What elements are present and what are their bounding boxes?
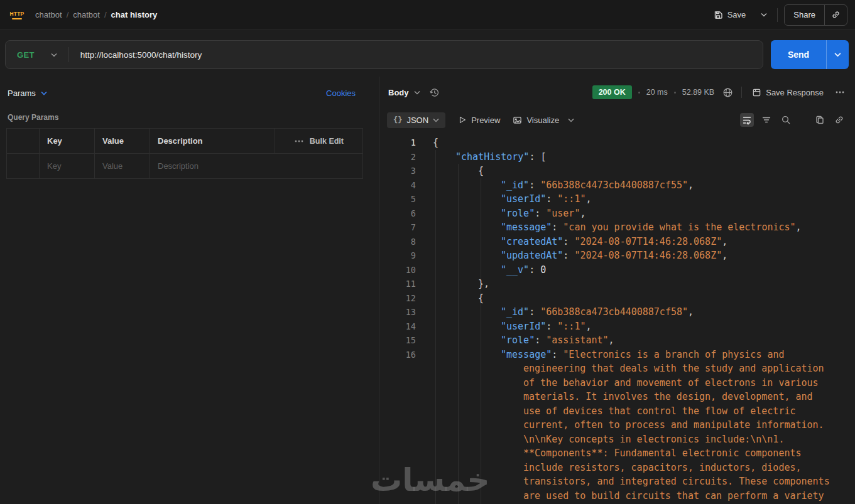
- chevron-down-icon: [41, 91, 47, 95]
- dot-separator: [674, 92, 676, 94]
- response-body-viewer[interactable]: 1{2"chatHistory": [3{4"_id": "66b388c447…: [379, 132, 855, 504]
- params-empty-row: Key Value Description: [7, 154, 363, 179]
- query-params-table: Key Value Description Bulk Edit: [6, 128, 363, 179]
- save-dropdown-button[interactable]: [757, 9, 771, 21]
- value-input[interactable]: Value: [95, 154, 150, 179]
- send-button[interactable]: Send: [771, 40, 826, 69]
- code-line: 3{: [379, 164, 855, 178]
- chevron-down-icon: [51, 53, 57, 57]
- line-number: 14: [379, 319, 416, 334]
- method-select[interactable]: GET: [6, 50, 68, 60]
- cookies-link[interactable]: Cookies: [326, 88, 356, 98]
- link-button[interactable]: [832, 113, 846, 127]
- http-request-icon: HTTP: [8, 8, 26, 22]
- search-icon: [781, 115, 791, 125]
- code-line: 7"message": "can you provide what is the…: [379, 220, 855, 235]
- send-button-group: Send: [771, 40, 849, 69]
- network-info-button[interactable]: [721, 85, 735, 100]
- line-content: "role": "assistant",: [433, 333, 832, 348]
- breadcrumb-request[interactable]: chat history: [111, 10, 158, 19]
- response-size: 52.89 KB: [682, 88, 714, 97]
- share-link-button[interactable]: [825, 5, 847, 25]
- params-panel: Params Cookies Query Params Key Value De…: [0, 77, 379, 504]
- filter-button[interactable]: [760, 113, 773, 127]
- chevron-down-icon: [568, 118, 574, 122]
- code-line: 10"__v": 0: [379, 263, 855, 277]
- chevron-down-icon: [761, 13, 767, 17]
- visualize-dropdown-button[interactable]: [568, 118, 574, 122]
- line-number: 7: [379, 220, 416, 235]
- bulk-edit-button[interactable]: Bulk Edit: [283, 137, 355, 146]
- key-column-header: Key: [40, 129, 95, 154]
- bulk-edit-cell: Bulk Edit: [275, 129, 363, 154]
- code-line: 8"createdAt": "2024-08-07T14:46:28.068Z"…: [379, 235, 855, 249]
- visualize-button[interactable]: Visualize: [513, 115, 559, 125]
- code-line: 6"role": "user",: [379, 206, 855, 221]
- code-line: 14"userId": "::1",: [379, 319, 855, 334]
- code-line: 11},: [379, 277, 855, 291]
- line-content: "createdAt": "2024-08-07T14:46:28.068Z",: [433, 235, 832, 249]
- line-content: "chatHistory": [: [433, 150, 832, 164]
- response-history-button[interactable]: [429, 87, 440, 98]
- breadcrumb-separator: /: [67, 10, 69, 19]
- copy-icon: [815, 115, 825, 125]
- topbar-actions: Save Share: [708, 4, 847, 26]
- line-content: "role": "user",: [433, 206, 832, 221]
- line-number: 12: [379, 291, 416, 306]
- breadcrumb-workspace[interactable]: chatbot: [35, 10, 62, 19]
- line-content: "_id": "66b388ca473cb4400887cf58",: [433, 305, 832, 319]
- row-checkbox-cell[interactable]: [7, 154, 40, 179]
- dot-separator: [638, 92, 640, 94]
- copy-button[interactable]: [813, 113, 827, 127]
- response-status-cluster: 200 OK 20 ms 52.89 KB: [592, 85, 846, 100]
- top-bar: HTTP chatbot / chatbot / chat history Sa…: [0, 0, 855, 30]
- share-button[interactable]: Share: [785, 5, 824, 25]
- ellipsis-icon: [295, 140, 303, 142]
- params-toggle[interactable]: Params: [8, 88, 47, 98]
- save-button[interactable]: Save: [708, 6, 751, 24]
- save-response-button[interactable]: Save Response: [748, 85, 827, 100]
- code-line: 13"_id": "66b388ca473cb4400887cf58",: [379, 305, 855, 319]
- image-icon: [513, 115, 522, 125]
- line-content: {: [433, 291, 832, 306]
- response-body-select[interactable]: Body: [388, 88, 420, 97]
- send-dropdown-button[interactable]: [826, 40, 849, 69]
- line-content: "_id": "66b388c4473cb4400887cf55",: [433, 178, 832, 193]
- save-label: Save: [727, 10, 746, 19]
- response-toolbar: {} JSON Preview: [379, 108, 855, 132]
- line-number: 6: [379, 206, 416, 221]
- line-number: 1: [379, 136, 416, 150]
- params-header-row: Params Cookies: [0, 82, 379, 104]
- line-number: 5: [379, 192, 416, 206]
- code-line: 2"chatHistory": [: [379, 150, 855, 164]
- wrap-text-button[interactable]: [740, 113, 754, 127]
- bulk-edit-label: Bulk Edit: [310, 137, 344, 146]
- status-badge: 200 OK: [592, 85, 632, 99]
- key-input[interactable]: Key: [40, 154, 95, 179]
- line-number: 8: [379, 235, 416, 249]
- line-content: "message": "can you provide what is the …: [433, 220, 832, 235]
- search-button[interactable]: [779, 113, 793, 127]
- breadcrumb-separator: /: [104, 10, 107, 19]
- more-actions-button[interactable]: [834, 89, 846, 95]
- wrap-text-icon: [742, 115, 752, 125]
- query-params-title: Query Params: [0, 104, 379, 128]
- format-select[interactable]: {} JSON: [387, 112, 445, 128]
- body-label: Body: [388, 88, 409, 97]
- share-button-group: Share: [784, 4, 847, 26]
- code-view-actions: [740, 113, 846, 127]
- preview-button[interactable]: Preview: [458, 115, 500, 125]
- description-input[interactable]: Description: [150, 154, 363, 179]
- save-response-label: Save Response: [766, 88, 824, 97]
- description-column-header: Description: [150, 129, 275, 154]
- url-box: GET http://localhost:5000/chat/history: [5, 40, 763, 69]
- line-content: "updatedAt": "2024-08-07T14:46:28.068Z",: [433, 249, 832, 263]
- url-input[interactable]: http://localhost:5000/chat/history: [69, 50, 763, 60]
- breadcrumb-collection[interactable]: chatbot: [73, 10, 100, 19]
- format-label: JSON: [406, 115, 428, 125]
- line-number: 3: [379, 164, 416, 178]
- line-number: 9: [379, 249, 416, 263]
- line-number: 4: [379, 178, 416, 193]
- line-content: "userId": "::1",: [433, 319, 832, 334]
- line-content: "userId": "::1",: [433, 192, 832, 206]
